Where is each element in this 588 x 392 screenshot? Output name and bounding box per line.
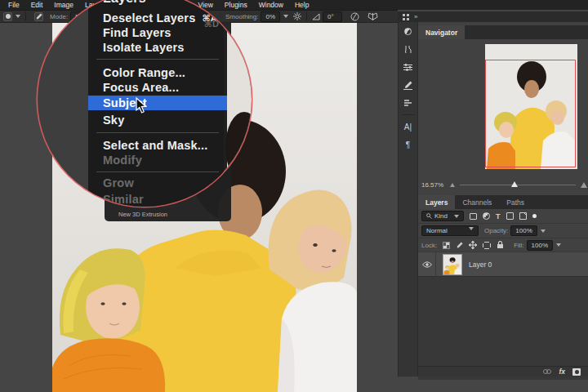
blend-opacity-row: Normal Opacity: 100%: [418, 224, 588, 238]
brush-settings-panel-icon[interactable]: [399, 40, 418, 58]
photoshop-window: File Edit Image Layer Type 3D View Plugi…: [0, 0, 588, 392]
menu-image[interactable]: Image: [54, 1, 74, 9]
navigator-zoom-value[interactable]: 16.57%: [421, 181, 443, 189]
menu-item-select-and-mask[interactable]: Select and Mask...: [88, 138, 227, 153]
filter-type-layers-icon[interactable]: T: [496, 212, 501, 220]
layer-thumbnail[interactable]: [443, 254, 462, 275]
collapsed-panel-strip: A| ¶: [399, 22, 418, 376]
layer-style-fx-icon[interactable]: fx: [559, 368, 565, 376]
menu-item-isolate-layers[interactable]: Isolate Layers: [88, 40, 227, 55]
character-panel-icon[interactable]: A|: [399, 118, 418, 136]
select-menu-magnified: Layers Deselect Layers ⌘A ⌘D Find Layers…: [88, 0, 227, 207]
lock-transparency-icon[interactable]: [443, 242, 450, 249]
zoom-slider-thumb[interactable]: [511, 181, 518, 187]
filter-shape-layers-icon[interactable]: [506, 212, 514, 220]
tool-preset-caret-icon[interactable]: [16, 15, 20, 18]
tab-navigator[interactable]: Navigator: [418, 25, 465, 39]
navigator-viewbox[interactable]: [485, 60, 576, 167]
brushes-panel-icon[interactable]: [399, 76, 418, 94]
mode-label: Mode:: [50, 13, 68, 20]
menu-plugins[interactable]: Plugins: [225, 1, 247, 9]
lock-pixels-icon[interactable]: [456, 242, 463, 249]
filter-smart-objects-icon[interactable]: [519, 212, 527, 220]
layer-visibility-eye-icon[interactable]: [418, 252, 436, 277]
lock-label: Lock:: [421, 242, 437, 249]
layers-bottom-bar: fx: [418, 366, 588, 376]
opacity-input[interactable]: 100%: [510, 225, 537, 236]
smoothing-label: Smoothing:: [225, 13, 258, 20]
navigator-body: 16.57%: [418, 39, 588, 192]
search-icon: [426, 213, 432, 219]
tab-layers[interactable]: Layers: [418, 195, 455, 209]
menu-item-find-layers[interactable]: Find Layers: [88, 25, 227, 40]
dock-grid-icon[interactable]: [403, 14, 409, 20]
fill-caret-icon[interactable]: [556, 243, 561, 247]
panel-stack: Navigator 16.57%: [418, 22, 588, 376]
zoom-out-icon[interactable]: [450, 183, 455, 187]
brush-panel-icon[interactable]: [34, 12, 43, 21]
tab-channels[interactable]: Channels: [455, 195, 499, 209]
smoothing-select[interactable]: 0%: [261, 11, 280, 22]
fill-input[interactable]: 100%: [527, 240, 553, 251]
menu-edit[interactable]: Edit: [31, 1, 43, 9]
add-mask-icon[interactable]: [572, 368, 581, 376]
dock-header: »: [399, 11, 588, 22]
lock-position-icon[interactable]: [469, 241, 477, 249]
layer-row-layer-0[interactable]: Layer 0: [418, 252, 588, 277]
menu-help[interactable]: Help: [295, 1, 309, 9]
link-layers-icon[interactable]: [543, 369, 551, 374]
layer-name[interactable]: Layer 0: [469, 261, 492, 269]
menu-window[interactable]: Window: [259, 1, 283, 9]
menu-file[interactable]: File: [8, 1, 20, 9]
mouse-cursor: [136, 97, 147, 114]
navigator-tabstrip: Navigator: [418, 25, 588, 39]
tool-presets-panel-icon[interactable]: [399, 94, 418, 112]
panel-dock: » A| ¶ Navigator: [398, 11, 588, 376]
filter-adjustment-layers-icon[interactable]: [483, 212, 490, 220]
filter-kind-select[interactable]: Kind: [421, 211, 464, 221]
layers-list: Layer 0: [418, 252, 588, 380]
brush-angle-icon: [312, 13, 320, 20]
lock-fill-row: Lock: Fill: 100%: [418, 238, 588, 252]
zoom-in-icon[interactable]: [581, 182, 587, 188]
menu-item-modify: Modify: [88, 153, 227, 167]
layers-tabstrip: Layers Channels Paths: [418, 195, 588, 209]
navigator-zoom-slider[interactable]: [460, 185, 576, 185]
pressure-opacity-icon[interactable]: [350, 12, 359, 21]
lock-all-icon[interactable]: [497, 241, 504, 249]
adjustments-panel-icon[interactable]: [399, 22, 418, 40]
menu-item-color-range[interactable]: Color Range...: [88, 65, 227, 80]
opacity-label: Opacity:: [484, 227, 508, 234]
tool-preset-icon[interactable]: [3, 12, 12, 21]
fill-label: Fill:: [514, 242, 523, 249]
smoothing-gear-icon[interactable]: [293, 12, 301, 20]
filter-toggle-icon[interactable]: [532, 214, 537, 218]
dock-collapse-icon[interactable]: »: [414, 13, 417, 20]
lock-artboard-icon[interactable]: [483, 242, 491, 249]
menu-item-subject[interactable]: Subject: [88, 96, 227, 110]
symmetry-butterfly-icon[interactable]: [368, 12, 378, 21]
tab-paths[interactable]: Paths: [499, 195, 532, 209]
paragraph-panel-icon[interactable]: ¶: [399, 136, 418, 154]
properties-panel-icon[interactable]: [399, 58, 418, 76]
opacity-caret-icon[interactable]: [541, 229, 546, 233]
brush-angle-input[interactable]: 0°: [323, 11, 342, 22]
menu-item-focus-area[interactable]: Focus Area...: [88, 80, 227, 95]
menu-item-new-3d-extrusion[interactable]: New 3D Extrusion: [118, 211, 167, 218]
filter-pixel-layers-icon[interactable]: [470, 213, 477, 220]
blend-mode-select[interactable]: Normal: [421, 225, 479, 236]
menu-item-sky[interactable]: Sky: [88, 113, 227, 127]
layers-filter-row: Kind T: [418, 209, 588, 224]
smoothing-caret-icon[interactable]: [283, 15, 288, 18]
navigator-zoom-row: 16.57%: [418, 179, 588, 190]
